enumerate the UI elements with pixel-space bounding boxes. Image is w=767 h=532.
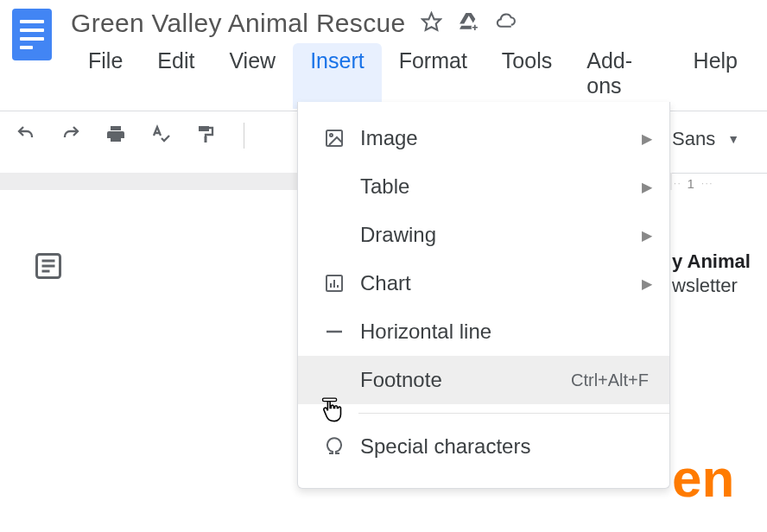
menu-item-label: Table xyxy=(360,174,635,199)
menu-tools[interactable]: Tools xyxy=(485,43,569,109)
insert-chart[interactable]: Chart▶ xyxy=(298,259,669,307)
doc-title[interactable]: Green Valley Animal Rescue xyxy=(71,9,405,38)
submenu-arrow-icon: ▶ xyxy=(642,130,652,147)
menubar: FileEditViewInsertFormatToolsAdd-onsHelp xyxy=(71,43,755,109)
move-to-drive-icon[interactable] xyxy=(458,11,479,36)
svg-rect-7 xyxy=(326,130,342,146)
insert-menu-dropdown: Image▶Table▶Drawing▶Chart▶Horizontal lin… xyxy=(297,102,670,489)
svg-rect-2 xyxy=(205,136,207,142)
menu-divider xyxy=(358,413,669,414)
submenu-arrow-icon: ▶ xyxy=(642,276,652,292)
undo-button[interactable] xyxy=(16,124,36,148)
redo-button[interactable] xyxy=(60,124,81,148)
docs-app-icon[interactable] xyxy=(12,9,52,60)
menu-insert[interactable]: Insert xyxy=(293,43,382,109)
svg-marker-0 xyxy=(423,13,441,30)
document-heading-fragment: y Animal xyxy=(672,250,751,273)
insert-drawing[interactable]: Drawing▶ xyxy=(298,211,669,259)
hline-icon xyxy=(317,321,352,342)
font-selector[interactable]: Sans ▼ xyxy=(672,128,739,150)
menu-item-label: Special characters xyxy=(360,434,652,459)
document-outline-button[interactable] xyxy=(33,250,64,285)
menu-item-label: Image xyxy=(360,126,635,150)
document-text-fragment: wsletter xyxy=(672,275,738,297)
menu-item-label: Drawing xyxy=(360,223,635,247)
insert-table[interactable]: Table▶ xyxy=(298,162,669,211)
image-icon xyxy=(317,128,352,149)
toolbar-divider xyxy=(244,123,244,149)
font-name: Sans xyxy=(672,128,715,150)
print-button[interactable] xyxy=(105,124,126,148)
menu-edit[interactable]: Edit xyxy=(140,43,212,109)
insert-image[interactable]: Image▶ xyxy=(298,114,669,162)
menu-item-label: Footnote xyxy=(360,368,571,392)
submenu-arrow-icon: ▶ xyxy=(642,227,652,244)
insert-footnote[interactable]: FootnoteCtrl+Alt+F xyxy=(298,356,669,404)
submenu-arrow-icon: ▶ xyxy=(642,179,652,195)
menu-help[interactable]: Help xyxy=(676,43,755,109)
menu-file[interactable]: File xyxy=(71,43,140,109)
insert-horizontal-line[interactable]: Horizontal line xyxy=(298,307,669,356)
omega-icon xyxy=(317,436,352,457)
menu-view[interactable]: View xyxy=(212,43,293,109)
svg-point-8 xyxy=(330,134,333,136)
chart-icon xyxy=(317,273,352,294)
paint-format-button[interactable] xyxy=(195,124,216,148)
menu-add-ons[interactable]: Add-ons xyxy=(569,43,675,109)
menu-item-label: Horizontal line xyxy=(360,320,652,344)
menu-item-shortcut: Ctrl+Alt+F xyxy=(571,370,649,390)
spellcheck-button[interactable] xyxy=(150,124,171,148)
insert-special-characters[interactable]: Special characters xyxy=(298,422,669,471)
cloud-status-icon[interactable] xyxy=(495,11,517,36)
menu-format[interactable]: Format xyxy=(382,43,485,109)
document-large-text-fragment: en xyxy=(672,447,734,509)
ruler-segment: ·· 1 ··· xyxy=(672,173,767,193)
star-icon[interactable] xyxy=(421,11,442,36)
caret-down-icon: ▼ xyxy=(727,132,739,146)
menu-item-label: Chart xyxy=(360,271,635,295)
